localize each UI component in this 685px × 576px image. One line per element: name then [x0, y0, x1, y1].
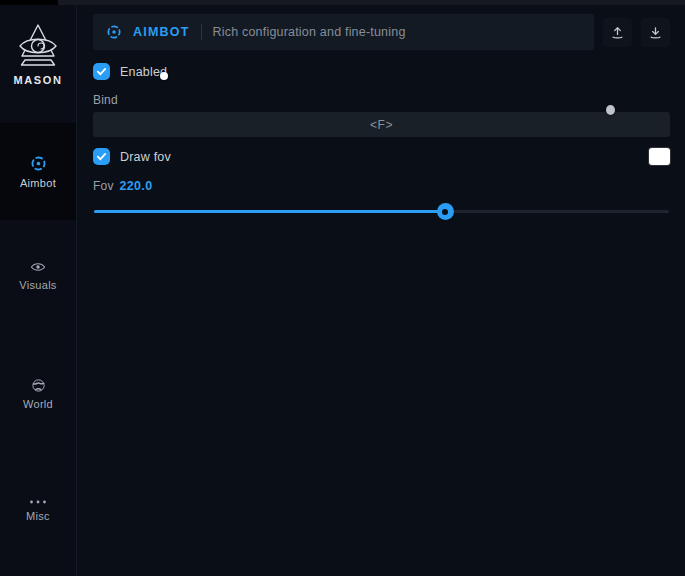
check-icon [96, 66, 107, 77]
draw-fov-checkbox[interactable] [93, 148, 110, 165]
enabled-checkbox[interactable] [93, 63, 110, 80]
ellipsis-icon [29, 499, 47, 505]
bind-bar-dot [606, 105, 615, 115]
bind-key-value: <F> [370, 118, 393, 132]
fov-label: Fov [93, 179, 114, 193]
mason-window: MASON Aimbot Visuals [0, 0, 685, 576]
crosshair-icon [106, 24, 122, 40]
page-header: AIMBOT Rich configuration and fine-tunin… [93, 14, 670, 50]
enabled-row: Enabled [93, 63, 670, 80]
slider-fill [94, 210, 446, 213]
bind-label: Bind [93, 93, 670, 107]
aimbot-settings: Enabled Bind <F> Draw fov Fov 220.0 [93, 50, 670, 220]
globe-icon [31, 378, 46, 393]
brand-name: MASON [14, 74, 63, 86]
draw-fov-label: Draw fov [120, 150, 171, 164]
mason-eye-pyramid-icon [13, 22, 63, 70]
download-icon [648, 25, 663, 40]
mouse-cursor-dot [160, 72, 168, 80]
upload-icon [610, 25, 625, 40]
sidebar-item-label: Visuals [19, 279, 56, 291]
upload-config-button[interactable] [603, 18, 632, 47]
main-panel: AIMBOT Rich configuration and fine-tunin… [77, 5, 685, 576]
slider-handle[interactable] [437, 203, 454, 220]
fov-row: Fov 220.0 [93, 179, 670, 193]
bind-key-field[interactable]: <F> [93, 112, 670, 137]
header-divider [201, 24, 202, 40]
sidebar-item-visuals[interactable]: Visuals [0, 260, 76, 291]
sidebar-item-label: World [23, 398, 53, 410]
sidebar-item-label: Aimbot [20, 177, 56, 189]
fov-slider[interactable] [93, 202, 670, 220]
sidebar-item-world[interactable]: World [0, 378, 76, 410]
slider-handle-dot [442, 209, 448, 215]
draw-fov-row: Draw fov [93, 148, 670, 165]
crosshair-icon [30, 155, 47, 172]
sidebar: MASON Aimbot Visuals [0, 5, 77, 576]
page-subtitle: Rich configuration and fine-tuning [213, 25, 406, 39]
sidebar-item-label: Misc [26, 510, 50, 522]
header-bar: AIMBOT Rich configuration and fine-tunin… [93, 14, 594, 50]
check-icon [96, 151, 107, 162]
sidebar-item-aimbot[interactable]: Aimbot [0, 123, 76, 220]
download-config-button[interactable] [641, 18, 670, 47]
brand-logo: MASON [0, 22, 76, 86]
sidebar-item-misc[interactable]: Misc [0, 499, 76, 522]
eye-icon [30, 260, 46, 274]
page-title: AIMBOT [133, 25, 190, 39]
fov-color-swatch[interactable] [649, 148, 670, 165]
fov-value: 220.0 [120, 179, 153, 193]
